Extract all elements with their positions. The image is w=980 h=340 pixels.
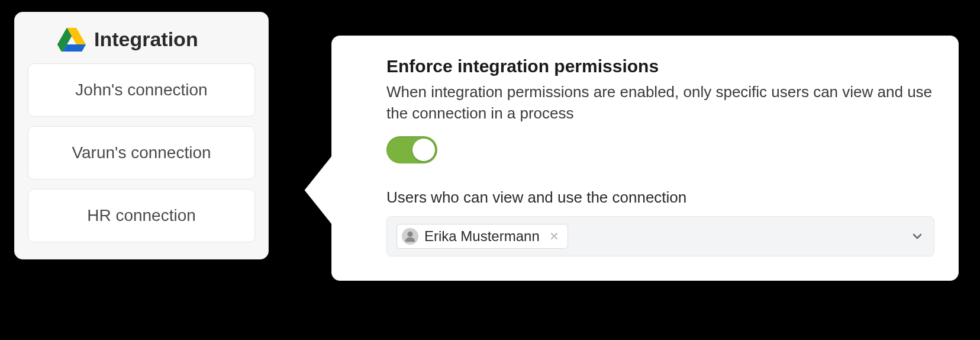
user-chip: Erika Mustermann ✕: [396, 224, 568, 249]
google-drive-icon: [57, 27, 86, 52]
connection-item-john[interactable]: John's connection: [28, 63, 255, 117]
connection-label: HR connection: [87, 206, 196, 224]
permissions-panel: Enforce integration permissions When int…: [331, 36, 959, 281]
user-select[interactable]: Erika Mustermann ✕: [386, 216, 934, 256]
connection-label: John's connection: [75, 81, 207, 99]
close-icon[interactable]: ✕: [546, 230, 560, 242]
integration-title: Integration: [94, 28, 198, 51]
chevron-down-icon[interactable]: [910, 229, 924, 243]
toggle-knob: [412, 139, 435, 161]
permissions-title: Enforce integration permissions: [386, 56, 934, 76]
connection-label: Varun's connection: [72, 143, 211, 162]
permissions-description: When integration permissions are enabled…: [386, 81, 934, 124]
permissions-toggle[interactable]: [386, 136, 437, 163]
svg-point-0: [407, 232, 412, 237]
users-label: Users who can view and use the connectio…: [386, 188, 934, 207]
avatar-icon: [402, 228, 418, 245]
integration-panel: Integration John's connection Varun's co…: [14, 12, 269, 259]
integration-header: Integration: [28, 27, 255, 52]
connection-list: John's connection Varun's connection HR …: [28, 63, 255, 242]
connection-item-varun[interactable]: Varun's connection: [28, 126, 255, 179]
connection-item-hr[interactable]: HR connection: [28, 189, 255, 242]
user-chip-name: Erika Mustermann: [424, 228, 540, 245]
